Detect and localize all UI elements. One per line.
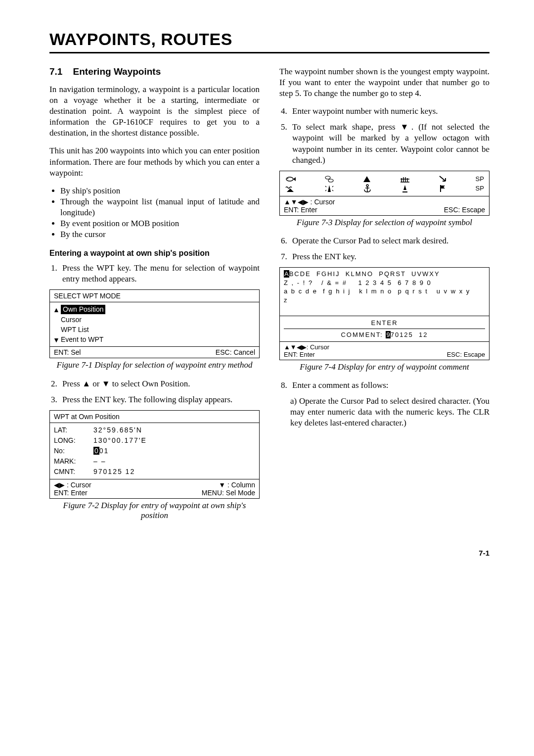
fig74-body: ABCDE FGHIJ KLMNO PQRST UVWXY Z , - ! ? … <box>280 268 489 316</box>
svg-point-3 <box>328 179 333 182</box>
page-number: 7-1 <box>49 549 490 557</box>
fig72-lat-label: LAT: <box>54 425 93 435</box>
step-6: Operate the Cursor Pad to select mark de… <box>289 236 490 246</box>
fig74-row1-hi: A <box>284 270 289 278</box>
section-heading: 7.1 Entering Waypoints <box>49 66 260 77</box>
fig73-esc: ESC: Escape <box>444 206 485 214</box>
figure-7-3-box: SP SP ▲▼◀▶ : Cursor ENT: Enter ESC: Esca… <box>279 171 490 216</box>
step-5: To select mark shape, press ▼. (If not s… <box>289 122 490 165</box>
flag-icon <box>438 184 447 193</box>
fig74-row1-rest: BCDE FGHIJ KLMNO PQRST UVWXY <box>289 270 440 278</box>
fig72-cmnt-label: CMNT: <box>54 467 93 477</box>
figure-7-1-box: SELECT WPT MODE ▲ Own Position Cursor WP… <box>49 289 260 358</box>
fig73-caption: Figure 7-3 Display for selection of wayp… <box>279 218 490 228</box>
svg-point-1 <box>287 178 288 179</box>
fig74-mid: ENTER COMMENT: 970125 12 <box>280 316 489 342</box>
fig72-body: LAT: 32°59.685'N LONG: 130°00.177'E No: … <box>50 423 259 479</box>
svg-point-4 <box>366 185 368 187</box>
horizontal-rule <box>49 52 490 53</box>
fig72-no-rest: 01 <box>99 447 109 455</box>
fig72-menu: MENU: Sel Mode <box>202 489 255 497</box>
fig74-cursor-hint: ▲▼◀▶: Cursor <box>284 343 485 351</box>
fig71-footer: ENT: Sel ESC: Cancel <box>50 347 259 358</box>
step-list-left-2: Press ▲ or ▼ to select Own Position. Pre… <box>49 378 260 405</box>
fig71-item-event: ▼ Event to WPT <box>50 334 259 344</box>
list-item: By the cursor <box>60 229 260 240</box>
svg-point-0 <box>286 177 293 181</box>
solid-triangle-icon <box>362 175 371 183</box>
step-8: Enter a comment as follows: <box>289 380 490 391</box>
fig74-comment-rest: 70125 12 <box>391 331 428 338</box>
up-arrow-icon: ▲ <box>53 305 60 314</box>
fish-group-icon <box>324 175 335 183</box>
fig74-esc: ESC: Escape <box>447 351 485 358</box>
fig72-mark-label: MARK: <box>54 456 93 467</box>
fig71-item-wptlist: WPT List <box>50 325 259 334</box>
step-3: Press the ENT key. The following display… <box>59 394 260 405</box>
step-list-right-2: Operate the Cursor Pad to select mark de… <box>279 236 490 262</box>
fig74-caption: Figure 7-4 Display for entry of waypoint… <box>279 362 490 372</box>
list-item: By event position or MOB position <box>60 218 260 229</box>
fig72-lat-value: 32°59.685'N <box>93 425 142 435</box>
left-column: 7.1 Entering Waypoints In navigation ter… <box>49 66 260 529</box>
fig71-ent: ENT: Sel <box>54 348 81 356</box>
fig73-icon-row-2: SP <box>285 184 484 193</box>
anchor-icon <box>363 184 372 193</box>
fig73-sp-1: SP <box>476 175 484 183</box>
fig72-ent: ENT: Enter <box>54 489 88 497</box>
fig74-row4: z <box>284 296 485 305</box>
fig73-cursor-hint: ▲▼◀▶ : Cursor <box>284 198 485 206</box>
fig74-row3: a b c d e f g h i j k l m n o p q r s t … <box>284 287 485 296</box>
paragraph: This unit has 200 waypoints into which y… <box>49 145 260 178</box>
right-column: The waypoint number shown is the younges… <box>279 66 490 529</box>
fig72-title: WPT at Own Position <box>50 411 259 423</box>
fig71-caption: Figure 7-1 Display for selection of wayp… <box>49 360 260 370</box>
fig72-long-label: LONG: <box>54 435 93 446</box>
step-1: Press the WPT key. The menu for selectio… <box>59 263 260 284</box>
lighthouse-icon <box>324 184 334 193</box>
fish-icon <box>285 176 296 183</box>
fig72-cmnt-value: 970125 12 <box>93 467 135 477</box>
figure-7-2-box: WPT at Own Position LAT: 32°59.685'N LON… <box>49 410 260 499</box>
fig71-esc: ESC: Cancel <box>216 348 255 356</box>
chapter-title: WAYPOINTS, ROUTES <box>49 30 490 49</box>
fig73-icon-row-1: SP <box>285 175 484 183</box>
fig74-row1: ABCDE FGHIJ KLMNO PQRST UVWXY <box>284 270 485 279</box>
fig74-comment-hi: 9 <box>386 331 390 338</box>
step-8a: a) Operate the Cursor Pad to select desi… <box>290 396 490 428</box>
fig72-cursor-hint: ◀▶ : Cursor <box>54 481 91 489</box>
section-title: Entering Waypoints <box>73 66 161 77</box>
step-list-right-3: Enter a comment as follows: <box>279 380 490 391</box>
fig73-body: SP SP <box>280 171 489 196</box>
fig71-selected: Own Position <box>61 305 105 314</box>
wreck-icon <box>400 175 410 183</box>
wave-mountain-icon <box>285 185 296 192</box>
section-number: 7.1 <box>49 66 62 77</box>
list-item: By ship's position <box>60 186 260 196</box>
step-4: Enter waypoint number with numeric keys. <box>289 106 490 117</box>
paragraph: The waypoint number shown is the younges… <box>279 66 490 99</box>
fig74-enter: ENTER <box>284 319 485 329</box>
step-7: Press the ENT key. <box>289 251 490 262</box>
two-column-layout: 7.1 Entering Waypoints In navigation ter… <box>49 66 490 529</box>
fig74-ent: ENT: Enter <box>284 351 315 358</box>
fig72-no-hi: 0 <box>93 447 99 455</box>
arrow-down-right-icon <box>439 175 447 183</box>
fig74-comment-label: COMMENT: <box>341 331 386 338</box>
step-2: Press ▲ or ▼ to select Own Position. <box>59 378 260 389</box>
fig72-footer: ◀▶ : Cursor ▼ : Column ENT: Enter MENU: … <box>50 479 259 498</box>
fig74-footer: ▲▼◀▶: Cursor ENT: Enter ESC: Escape <box>280 342 489 360</box>
fig72-caption: Figure 7-2 Display for entry of waypoint… <box>49 501 260 521</box>
fig71-item-cursor: Cursor <box>50 315 259 325</box>
svg-point-2 <box>325 176 330 179</box>
fig72-long-value: 130°00.177'E <box>93 435 147 446</box>
fig73-ent: ENT: Enter <box>284 206 317 214</box>
list-item: Through the waypoint list (manual input … <box>60 196 260 218</box>
down-arrow-icon: ▼ <box>53 335 60 344</box>
fig72-mark-value: – – <box>93 456 106 467</box>
fig73-sp-2: SP <box>476 185 484 192</box>
fig71-title: SELECT WPT MODE <box>50 290 259 302</box>
buoy-icon <box>400 184 409 193</box>
figure-7-4-box: ABCDE FGHIJ KLMNO PQRST UVWXY Z , - ! ? … <box>279 267 490 360</box>
subheading: Entering a waypoint at own ship's positi… <box>49 249 260 258</box>
